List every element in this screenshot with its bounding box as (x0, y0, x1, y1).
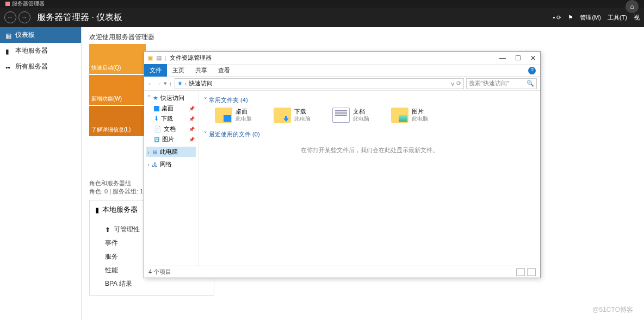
os-title-text: 服务器管理器 (12, 0, 45, 8)
folder-name: 文档 (353, 108, 369, 115)
search-icon[interactable]: 🔍 (527, 80, 534, 87)
manageability-label: 可管理性 (114, 225, 140, 234)
group-recent[interactable]: ˅ 最近使用的文件 (0) (204, 130, 535, 139)
folder-sub: 此电脑 (294, 115, 311, 122)
chevron-right-icon[interactable]: › (147, 149, 150, 155)
search-box[interactable]: 搜索"快速访问" 🔍 (466, 78, 537, 89)
explorer-statusbar: 4 个项目 (144, 266, 540, 278)
folder-sub: 此电脑 (353, 115, 369, 122)
menu-manage[interactable]: 管理(M) (580, 14, 601, 22)
explorer-titlebar[interactable]: ▣ ▤ | 文件资源管理器 — ☐ ✕ (144, 52, 540, 65)
local-server-icon: ▮ (5, 48, 12, 54)
tree-documents[interactable]: 📄 文档 📌 (146, 124, 196, 134)
ribbon-view[interactable]: 查看 (213, 64, 236, 77)
group-recent-label: 最近使用的文件 (0) (209, 131, 260, 137)
tree-label: 桌面 (162, 104, 174, 112)
picture-icon: 🖼 (154, 136, 160, 143)
addr-back-button[interactable]: ← (147, 80, 153, 87)
watermark: @51CTO博客 (592, 305, 633, 315)
tile-whatsnew[interactable]: 新增功能(W) (89, 75, 146, 105)
nav-label: 本地服务器 (15, 46, 48, 55)
nav-back-button[interactable]: ← (4, 11, 16, 23)
explorer-content: ˅ 常用文件夹 (4) 桌面此电脑 下载此电脑 文档此电脑 图片此电脑 (199, 91, 540, 266)
explorer-addressbar-row: ← → ▾ ↑ ★ › 快速访问 v ⟳ 搜索"快速访问" 🔍 (144, 77, 540, 91)
tree-downloads[interactable]: ⬇ 下载 📌 (146, 114, 196, 124)
group-frequent-label: 常用文件夹 (4) (209, 97, 248, 103)
menu-tools[interactable]: 工具(T) (608, 14, 627, 22)
welcome-text: 欢迎使用服务器管理器 (89, 33, 636, 42)
tree-network-label: 网络 (160, 160, 172, 168)
addr-fwd-button[interactable]: → (156, 80, 162, 87)
nav-label: 所有服务器 (15, 62, 48, 71)
document-icon: 📄 (154, 126, 162, 133)
file-explorer-window: ▣ ▤ | 文件资源管理器 — ☐ ✕ 文件 主页 共享 查看 ? ← → ▾ … (144, 51, 541, 278)
nav-local-server[interactable]: ▮ 本地服务器 (0, 43, 81, 59)
download-icon: ⬇ (154, 115, 159, 122)
minimize-button[interactable]: — (499, 54, 506, 62)
folder-downloads[interactable]: 下载此电脑 (274, 108, 311, 123)
close-button[interactable]: ✕ (529, 54, 537, 62)
ribbon-file[interactable]: 文件 (144, 64, 167, 77)
explorer-title-text: 文件资源管理器 (170, 54, 212, 62)
tree-thispc-label: 此电脑 (160, 148, 178, 156)
os-titlebar: 服务器管理器 (0, 0, 644, 8)
local-server-title-text: 本地服务器 (102, 205, 138, 215)
bpa-row[interactable]: BPA 结果 (95, 277, 208, 291)
left-nav: ▦ 仪表板 ▮ 本地服务器 ▪▪ 所有服务器 (0, 27, 82, 320)
flag-icon[interactable]: ⚑ (568, 14, 573, 21)
network-icon: 🖧 (152, 161, 158, 168)
chevron-right-icon[interactable]: › (147, 161, 150, 168)
tree-this-pc[interactable]: › 🖥 此电脑 (146, 147, 196, 157)
pin-icon: 📌 (189, 137, 195, 142)
tree-quick-access[interactable]: ˅ ★ 快速访问 (146, 93, 196, 103)
view-large-button[interactable] (527, 268, 536, 276)
folder-icon: ▣ (147, 54, 153, 61)
tile-label: 新增功能(W) (91, 95, 122, 103)
folder-name: 桌面 (236, 108, 252, 115)
folder-icon (215, 108, 232, 123)
nav-fwd-button[interactable]: → (18, 11, 30, 23)
addr-up-button[interactable]: ↑ (169, 80, 172, 87)
address-bar[interactable]: ★ › 快速访问 v ⟳ (175, 78, 465, 89)
ribbon-share[interactable]: 共享 (190, 64, 213, 77)
pin-icon: 📌 (189, 116, 195, 122)
addr-recent-button[interactable]: ▾ (164, 80, 167, 87)
refresh-addr-icon[interactable]: ⟳ (456, 80, 461, 87)
folder-documents[interactable]: 文档此电脑 (332, 108, 369, 123)
group-frequent[interactable]: ˅ 常用文件夹 (4) (204, 96, 535, 104)
nav-dashboard[interactable]: ▦ 仪表板 (0, 27, 81, 43)
view-details-button[interactable] (516, 268, 525, 276)
folder-desktop[interactable]: 桌面此电脑 (215, 108, 252, 123)
tree-pictures[interactable]: 🖼 图片 📌 (146, 134, 196, 145)
tile-learnmore[interactable]: 了解详细信息(L) (89, 106, 146, 136)
maximize-button[interactable]: ☐ (514, 54, 522, 62)
ribbon-home[interactable]: 主页 (167, 64, 190, 77)
explorer-ribbon: 文件 主页 共享 查看 ? (144, 65, 540, 77)
folder-pictures[interactable]: 图片此电脑 (391, 108, 428, 123)
tile-quickstart[interactable]: 快速启动(Q) (89, 44, 146, 74)
breadcrumb-text[interactable]: 快速访问 (189, 79, 213, 87)
server-icon: ▮ (95, 206, 99, 214)
dashboard-icon: ▦ (5, 32, 12, 39)
menu-view[interactable]: 视 (634, 14, 640, 22)
chevron-down-icon[interactable]: ˅ (147, 95, 151, 102)
desktop-icon (154, 106, 159, 111)
home-icon[interactable]: ⌂ (626, 0, 639, 13)
nav-all-servers[interactable]: ▪▪ 所有服务器 (0, 59, 81, 74)
tree-label: 下载 (161, 115, 173, 123)
tree-label: 文档 (164, 125, 176, 133)
pin-icon: 📌 (189, 106, 195, 111)
page-title: 服务器管理器 · 仪表板 (37, 12, 122, 23)
frequent-folders: 桌面此电脑 下载此电脑 文档此电脑 图片此电脑 (204, 108, 535, 123)
refresh-icon[interactable]: • ⟳ (553, 14, 562, 21)
status-item-count: 4 个项目 (148, 268, 171, 276)
tree-desktop[interactable]: 桌面 📌 (146, 103, 196, 114)
nav-label: 仪表板 (15, 30, 35, 40)
app-icon (5, 2, 10, 6)
search-placeholder: 搜索"快速访问" (469, 79, 509, 87)
help-icon[interactable]: ? (528, 67, 536, 74)
qat-icon[interactable]: ▤ (156, 54, 162, 61)
chevron-down-icon[interactable]: v (451, 80, 455, 87)
tree-network[interactable]: › 🖧 网络 (146, 159, 196, 170)
up-arrow-icon: ⬆ (105, 226, 110, 234)
